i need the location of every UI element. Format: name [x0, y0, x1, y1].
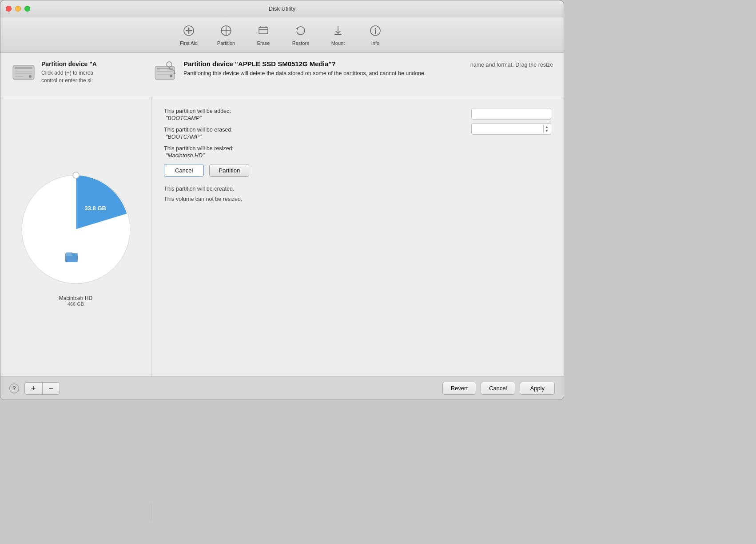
dialog-buttons: Cancel Partition — [164, 164, 551, 177]
upper-area: Partition device "A Click add (+) to inc… — [0, 53, 564, 97]
minimize-button[interactable] — [15, 6, 21, 12]
add-remove-controls: + − — [24, 382, 60, 395]
info-button[interactable]: Info — [358, 22, 393, 48]
stepper-up[interactable]: ▲ — [545, 125, 549, 129]
partition-dialog-button[interactable]: Partition — [209, 164, 249, 177]
partition-resized-label: This partition will be resized: — [164, 145, 551, 152]
svg-point-19 — [73, 172, 79, 178]
revert-button[interactable]: Revert — [442, 382, 476, 395]
partition-label: Partition — [217, 40, 235, 46]
first-aid-button[interactable]: First Aid — [171, 22, 207, 48]
device-text-left: Partition device "A Click add (+) to inc… — [41, 60, 97, 84]
erase-icon — [257, 24, 270, 39]
partition-name-input[interactable] — [471, 108, 551, 120]
first-aid-icon — [182, 24, 195, 39]
info-icon — [369, 24, 382, 39]
side-inputs: ▲ ▼ — [471, 108, 551, 135]
pie-blue-label: 33.8 GB — [85, 205, 106, 212]
close-button[interactable] — [6, 6, 12, 12]
drag-resize-label: name and format. Drag the resize — [470, 60, 553, 68]
device-info-left: Partition device "A Click add (+) to inc… — [11, 60, 144, 85]
hdd-icon-right — [153, 60, 178, 85]
pie-chart-container: 33.8 GB — [14, 167, 138, 292]
first-aid-label: First Aid — [180, 40, 198, 46]
bottom-bar: ? + − Revert Cancel Apply — [0, 376, 564, 400]
main-content: Partition device "A Click add (+) to inc… — [0, 53, 564, 376]
mount-label: Mount — [331, 40, 345, 46]
erase-label: Erase — [257, 40, 270, 46]
device-desc-left: Click add (+) to increa control or enter… — [41, 69, 97, 84]
mount-button[interactable]: Mount — [320, 22, 356, 48]
partition-erased-value: "BOOTCAMP" — [164, 134, 551, 140]
stepper-down[interactable]: ▼ — [545, 129, 549, 133]
restore-icon — [294, 24, 307, 39]
device-info-right: Partition device "APPLE SSD SM0512G Medi… — [144, 60, 553, 85]
partition-icon — [219, 24, 233, 39]
stepper-controls[interactable]: ▲ ▼ — [543, 125, 550, 133]
toolbar: First Aid Partition Erase — [0, 17, 564, 53]
partition-name: Macintosh HD — [59, 295, 92, 301]
svg-point-10 — [29, 75, 32, 78]
partition-size-stepper: ▲ ▼ — [471, 123, 551, 135]
restore-label: Restore — [292, 40, 310, 46]
macintosh-hd-label: Macintosh HD 466 GB — [59, 295, 92, 307]
window-title: Disk Utility — [269, 5, 296, 12]
device-name-left: Partition device "A — [41, 60, 97, 68]
info-label: Info — [371, 40, 379, 46]
mount-icon — [331, 24, 345, 39]
svg-rect-7 — [15, 71, 32, 72]
device-name-right: Partition device "APPLE SSD SM0512G Medi… — [183, 60, 447, 68]
left-panel: 33.8 GB Macintosh HD 466 GB — [0, 97, 151, 376]
svg-rect-2 — [259, 28, 268, 34]
svg-rect-9 — [15, 76, 24, 77]
hdd-icon-left — [11, 60, 36, 85]
help-button[interactable]: ? — [9, 384, 19, 393]
dialog-content: This partition will be added: "BOOTCAMP"… — [164, 108, 551, 366]
cancel-dialog-button[interactable]: Cancel — [164, 164, 204, 177]
title-bar: Disk Utility — [0, 0, 564, 17]
device-warning: Partitioning this device will delete the… — [183, 69, 447, 78]
svg-rect-14 — [157, 74, 173, 75]
dialog-info: This partition will be created. This vol… — [164, 184, 551, 204]
bottom-left-controls: ? + − — [9, 382, 60, 395]
svg-rect-6 — [15, 67, 32, 69]
device-text-right: Partition device "APPLE SSD SM0512G Medi… — [183, 60, 447, 78]
middle-area: 33.8 GB Macintosh HD 466 GB This partiti… — [0, 97, 564, 376]
svg-rect-8 — [15, 73, 32, 74]
right-panel: This partition will be added: "BOOTCAMP"… — [151, 97, 564, 376]
info-created: This partition will be created. — [164, 184, 551, 194]
add-partition-button[interactable]: + — [25, 383, 43, 394]
svg-point-17 — [174, 72, 175, 74]
apply-button[interactable]: Apply — [520, 382, 555, 395]
info-resized: This volume can not be resized. — [164, 194, 551, 204]
remove-partition-button[interactable]: − — [43, 383, 60, 394]
erase-button[interactable]: Erase — [246, 22, 281, 48]
svg-rect-21 — [66, 252, 72, 256]
window-controls[interactable] — [6, 6, 30, 12]
partition-resized-value: "Macintosh HD" — [164, 152, 551, 159]
bottom-right-controls: Revert Cancel Apply — [442, 382, 555, 395]
cancel-button[interactable]: Cancel — [481, 382, 515, 395]
maximize-button[interactable] — [24, 6, 30, 12]
svg-point-4 — [375, 28, 376, 28]
partition-size: 466 GB — [68, 301, 84, 307]
partition-button[interactable]: Partition — [208, 22, 244, 48]
svg-point-15 — [170, 75, 172, 77]
svg-rect-13 — [157, 71, 173, 72]
restore-button[interactable]: Restore — [283, 22, 318, 48]
